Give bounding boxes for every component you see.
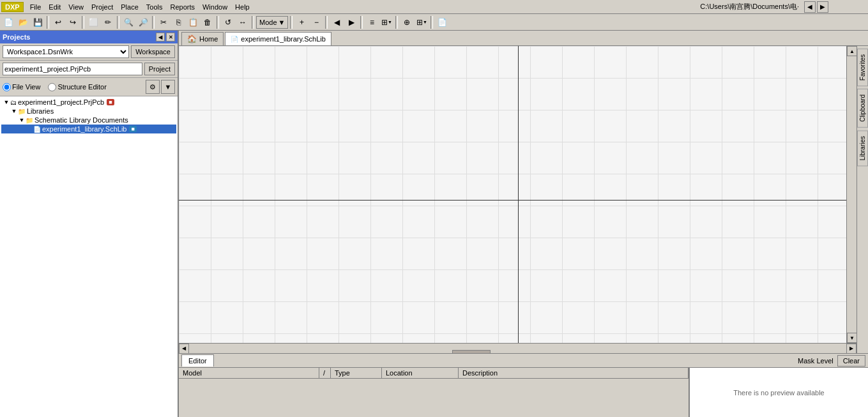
dxp-logo[interactable]: DXP [1, 2, 24, 12]
tb-cmd1[interactable]: ⬜ [86, 15, 100, 29]
tree-item-schlib[interactable]: 📄 experiment1_library.SchLib ■ [1, 125, 176, 133]
panel-pin-btn[interactable]: ◀ [156, 33, 165, 42]
home-icon: 🏠 [187, 34, 197, 43]
bottom-panel: Editor Mask Level Clear Model / Type Loc… [179, 353, 868, 417]
bottom-table: Model / Type Location Description [179, 368, 689, 417]
menu-window[interactable]: Window [199, 2, 231, 12]
gear-icon-btn[interactable]: ⚙ [146, 80, 160, 94]
tb-rotate[interactable]: ↺ [221, 15, 235, 29]
tree-label-schdocs: Schematic Library Documents [34, 116, 128, 124]
tb-page[interactable]: 📄 [435, 15, 449, 29]
tb-sep-2 [82, 16, 84, 29]
side-tabs: Favorites Clipboard Libraries [857, 46, 868, 353]
scroll-right-btn[interactable]: ▶ [846, 344, 857, 354]
tb-sep-6 [252, 16, 254, 29]
workspace-dropdown[interactable]: Workspace1.DsnWrk [3, 45, 129, 58]
tb-plus[interactable]: + [294, 15, 308, 29]
tree-toggle-libs[interactable]: ▼ [10, 108, 18, 114]
tb-redo-alt[interactable]: ↪ [66, 15, 80, 29]
panel-close-btn[interactable]: ✕ [166, 33, 175, 42]
canvas-grid[interactable] [179, 46, 857, 353]
side-tab-libraries[interactable]: Libraries [857, 130, 868, 166]
project-button[interactable]: Project [144, 63, 175, 75]
col-description: Description [459, 368, 689, 378]
tb-arr-right[interactable]: ▶ [344, 15, 358, 29]
tb-open[interactable]: 📂 [16, 15, 30, 29]
tree-label-schlib: experiment1_library.SchLib [42, 125, 126, 133]
menu-file[interactable]: File [26, 2, 45, 12]
file-view-radio-input[interactable] [3, 83, 11, 91]
tb-sep-9 [360, 16, 363, 29]
tree-item-schdocs[interactable]: ▼ 📁 Schematic Library Documents [1, 116, 176, 125]
canvas-area: ◀ ▶ ▲ ▼ [179, 46, 857, 353]
tb-cross[interactable]: ⊕ [400, 15, 414, 29]
side-tab-favorites[interactable]: Favorites [857, 49, 868, 86]
v-scroll-track[interactable] [847, 56, 857, 333]
scroll-up-btn[interactable]: ▲ [847, 46, 857, 56]
tb-sep-8 [325, 16, 328, 29]
structure-editor-radio[interactable]: Structure Editor [48, 83, 106, 91]
tab-schlib-label: experiment1_library.SchLib [241, 35, 325, 43]
tree-toggle-root[interactable]: ▼ [3, 99, 10, 105]
menu-view[interactable]: View [65, 2, 88, 12]
tb-arr-left[interactable]: ◀ [330, 15, 344, 29]
tb-minus[interactable]: − [309, 15, 323, 29]
tree-item-root[interactable]: ▼ 🗂 experiment1_project.PrjPcb ■ [1, 98, 176, 107]
menu-reports[interactable]: Reports [166, 2, 199, 12]
mask-level-label: Mask Level [798, 357, 834, 365]
tb-zoom-in[interactable]: 🔍 [121, 15, 135, 29]
clear-button[interactable]: Clear [837, 355, 865, 367]
menu-edit[interactable]: Edit [45, 2, 65, 12]
canvas-container: ◀ ▶ ▲ ▼ Favorites Clipboard Libraries [179, 46, 868, 353]
tb-save[interactable]: 💾 [31, 15, 45, 29]
tb-sep-11 [430, 16, 433, 29]
scroll-left-btn[interactable]: ◀ [179, 344, 189, 354]
tb-sep-3 [117, 16, 119, 29]
tree-item-libraries[interactable]: ▼ 📁 Libraries [1, 107, 176, 116]
file-view-label: File View [12, 83, 40, 91]
chevron-down-icon: ▼ [278, 19, 286, 26]
tb-del[interactable]: 🗑 [201, 15, 215, 29]
tb-undo[interactable]: ↩ [51, 15, 65, 29]
tb-sep-7 [290, 16, 293, 29]
file-view-radio[interactable]: File View [3, 83, 40, 91]
menu-bar: DXP File Edit View Project Place Tools R… [0, 0, 868, 14]
tb-new[interactable]: 📄 [1, 15, 15, 29]
h-scroll-thumb[interactable] [452, 350, 491, 354]
folder-icon-libs: 📁 [18, 108, 26, 115]
tab-home[interactable]: 🏠 Home [181, 32, 224, 45]
structure-editor-radio-input[interactable] [48, 83, 56, 91]
preview-text: There is no preview available [733, 389, 824, 397]
preview-area: There is no preview available [689, 368, 868, 417]
side-tab-clipboard[interactable]: Clipboard [857, 89, 868, 128]
tb-paste[interactable]: 📋 [186, 15, 200, 29]
nav-forward[interactable]: ▶ [817, 1, 828, 13]
project-icon: 🗂 [10, 99, 17, 106]
workspace-row: Workspace1.DsnWrk Workspace [0, 43, 178, 61]
tb-mode-btn[interactable]: Mode ▼ [256, 16, 288, 29]
tab-home-label: Home [199, 35, 218, 43]
menu-project[interactable]: Project [88, 2, 117, 12]
tb-cmd2[interactable]: ✏ [101, 15, 115, 29]
tb-grid-list[interactable]: ≡ [365, 15, 379, 29]
bottom-tab-editor[interactable]: Editor [181, 354, 214, 367]
path-text: C:\Users\南宫腾\Documents\电· [700, 2, 799, 11]
tb-grid-combo[interactable]: ⊞▼ [379, 15, 393, 29]
tree-toggle-schdocs[interactable]: ▼ [18, 117, 26, 123]
tab-schlib[interactable]: 📄 experiment1_library.SchLib [225, 32, 331, 45]
workspace-button[interactable]: Workspace [131, 45, 175, 58]
tb-sep-10 [395, 16, 398, 29]
menu-help[interactable]: Help [231, 2, 254, 12]
doc-icon: 📄 [231, 36, 238, 43]
menu-tools[interactable]: Tools [142, 2, 167, 12]
tb-copy[interactable]: ⎘ [171, 15, 185, 29]
tb-mirror[interactable]: ↔ [236, 15, 250, 29]
nav-back[interactable]: ◀ [804, 1, 816, 13]
scroll-down-btn[interactable]: ▼ [847, 333, 857, 343]
tb-zoom-out[interactable]: 🔎 [136, 15, 150, 29]
project-input[interactable] [3, 63, 142, 75]
tb-info[interactable]: ⊞▼ [415, 15, 429, 29]
menu-place[interactable]: Place [117, 2, 142, 12]
dropdown-icon-btn[interactable]: ▼ [161, 80, 175, 94]
tb-cut[interactable]: ✂ [156, 15, 171, 29]
